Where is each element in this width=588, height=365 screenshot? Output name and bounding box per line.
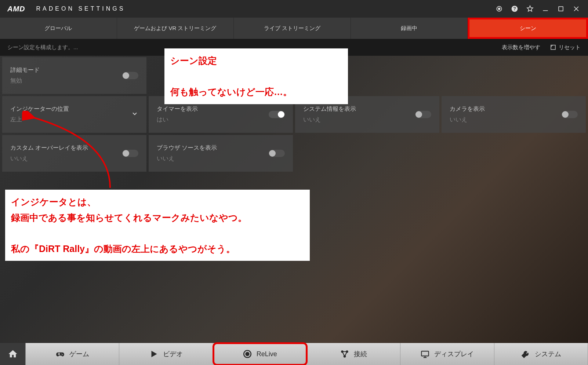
tab-recording[interactable]: 録画中 [351,18,468,39]
show-timer-toggle[interactable] [269,111,285,118]
annotation-bottom-text: インジケータとは、 録画中である事を知らせてくれるマークみたいなやつ。 私の『D… [11,194,304,256]
relive-icon [243,349,252,359]
home-icon [8,349,18,359]
browser-source-value: いいえ [157,155,217,163]
tab-live-stream[interactable]: ライブ ストリーミング [234,18,351,39]
scene-description: シーン設定を構成します。... [7,44,78,51]
tile-show-camera[interactable]: カメラを表示 いいえ [442,96,586,133]
show-more-link[interactable]: 表示数を増やす [502,44,540,51]
titlebar: AMD RADEON SETTINGS ? [0,0,588,18]
display-icon [420,349,430,359]
nav-games-label: ゲーム [69,350,89,358]
indicator-position-value: 左上 [10,116,69,124]
svg-rect-5 [559,7,563,11]
tab-global[interactable]: グローバル [0,18,117,39]
reset-label: リセット [559,44,581,51]
tile-indicator-position[interactable]: インジケーターの位置 左上 [2,96,146,133]
nav-video[interactable]: ビデオ [119,343,213,365]
annotation-top: シーン設定 何も触ってないけど一応…。 [164,48,348,104]
show-camera-value: いいえ [450,116,485,124]
play-icon [149,349,159,359]
show-system-label: システム情報を表示 [303,105,356,113]
maximize-icon[interactable] [556,4,565,13]
show-timer-value: はい [157,116,198,124]
bottom-nav: ゲーム ビデオ ReLive 接続 ディスプレイ システム [0,343,588,365]
nav-relive[interactable]: ReLive [213,343,307,365]
chevron-down-icon [131,110,138,119]
nav-system[interactable]: システム [494,343,588,365]
svg-point-1 [498,8,500,10]
app-title: RADEON SETTINGS [36,6,126,12]
svg-rect-15 [422,351,429,356]
show-system-toggle[interactable] [415,111,431,118]
show-timer-label: タイマーを表示 [157,105,198,113]
svg-text:?: ? [513,6,516,11]
nav-display[interactable]: ディスプレイ [400,343,494,365]
reset-icon [550,44,556,51]
content-area: 詳細モード 無効 インジケーターの位置 左上 タイマーを表示 はい [0,56,588,343]
nav-system-label: システム [535,350,561,358]
tile-custom-overlay[interactable]: カスタム オーバーレイを表示 いいえ [2,135,146,172]
nav-connect-label: 接続 [354,350,367,358]
close-icon[interactable] [572,4,581,13]
amd-logo: AMD [7,5,25,13]
top-tabs: グローバル ゲームおよび VR ストリーミング ライブ ストリーミング 録画中 … [0,18,588,39]
browser-source-label: ブラウザ ソースを表示 [157,144,217,152]
show-system-value: いいえ [303,116,356,124]
gamepad-icon [55,349,65,359]
connect-icon [340,349,349,359]
browser-source-toggle[interactable] [269,150,285,157]
sync-icon[interactable] [495,4,504,13]
reset-link[interactable]: リセット [550,44,581,51]
nav-connect[interactable]: 接続 [307,343,400,365]
tile-advanced-mode[interactable]: 詳細モード 無効 [2,57,146,94]
tile-browser-source[interactable]: ブラウザ ソースを表示 いいえ [149,135,293,172]
svg-point-11 [246,353,249,356]
star-icon[interactable] [526,4,534,13]
custom-overlay-label: カスタム オーバーレイを表示 [10,144,88,152]
advanced-mode-toggle[interactable] [122,72,138,79]
show-camera-label: カメラを表示 [450,105,485,113]
annotation-bottom: インジケータとは、 録画中である事を知らせてくれるマークみたいなやつ。 私の『D… [5,190,310,261]
nav-video-label: ビデオ [163,350,183,358]
indicator-position-label: インジケーターの位置 [10,105,69,113]
advanced-mode-value: 無効 [10,77,40,85]
advanced-mode-label: 詳細モード [10,66,40,74]
annotation-top-text: シーン設定 何も触ってないけど一応…。 [170,53,342,100]
custom-overlay-toggle[interactable] [122,150,138,157]
nav-games[interactable]: ゲーム [26,343,119,365]
minimize-icon[interactable] [541,4,550,13]
show-camera-toggle[interactable] [562,111,578,118]
help-icon[interactable]: ? [510,4,519,13]
custom-overlay-value: いいえ [10,155,88,163]
nav-relive-label: ReLive [257,350,277,358]
wrench-icon [521,349,530,359]
tab-scene[interactable]: シーン [468,18,588,39]
nav-home[interactable] [0,343,26,365]
tab-game-vr[interactable]: ゲームおよび VR ストリーミング [117,18,234,39]
nav-display-label: ディスプレイ [434,350,474,358]
